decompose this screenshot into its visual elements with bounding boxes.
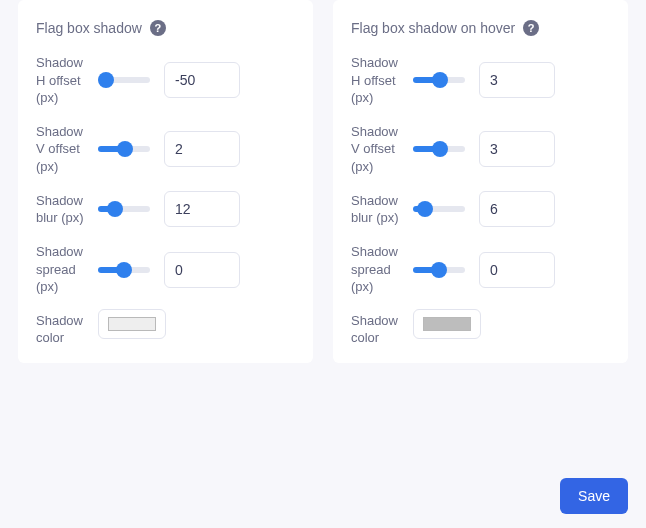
label-shadow-v-offset: Shadow V offset (px) (36, 123, 84, 176)
panel-title-row: Flag box shadow on hover ? (351, 20, 610, 36)
slider-shadow-h-offset[interactable] (98, 77, 150, 83)
panel-title: Flag box shadow on hover (351, 20, 515, 36)
color-swatch-inner (423, 317, 471, 331)
row-shadow-blur: Shadow blur (px) (36, 185, 295, 237)
slider-shadow-spread[interactable] (98, 267, 150, 273)
panel-title: Flag box shadow (36, 20, 142, 36)
row-hover-h-offset: Shadow H offset (px) (351, 48, 610, 117)
input-shadow-v-offset[interactable] (164, 131, 240, 167)
label-shadow-h-offset: Shadow H offset (px) (36, 54, 84, 107)
slider-shadow-v-offset[interactable] (98, 146, 150, 152)
slider-shadow-blur[interactable] (98, 206, 150, 212)
color-swatch-inner (108, 317, 156, 331)
color-swatch-hover[interactable] (413, 309, 481, 339)
label-hover-h-offset: Shadow H offset (px) (351, 54, 399, 107)
label-hover-v-offset: Shadow V offset (px) (351, 123, 399, 176)
input-hover-spread[interactable] (479, 252, 555, 288)
help-icon[interactable]: ? (523, 20, 539, 36)
row-hover-spread: Shadow spread (px) (351, 237, 610, 306)
help-icon[interactable]: ? (150, 20, 166, 36)
label-shadow-blur: Shadow blur (px) (36, 192, 84, 227)
input-shadow-h-offset[interactable] (164, 62, 240, 98)
slider-hover-spread[interactable] (413, 267, 465, 273)
input-shadow-spread[interactable] (164, 252, 240, 288)
slider-hover-h-offset[interactable] (413, 77, 465, 83)
input-hover-blur[interactable] (479, 191, 555, 227)
panel-title-row: Flag box shadow ? (36, 20, 295, 36)
slider-hover-blur[interactable] (413, 206, 465, 212)
row-hover-blur: Shadow blur (px) (351, 185, 610, 237)
row-shadow-spread: Shadow spread (px) (36, 237, 295, 306)
label-hover-color: Shadow color (351, 312, 399, 347)
label-shadow-spread: Shadow spread (px) (36, 243, 84, 296)
save-button[interactable]: Save (560, 478, 628, 514)
panel-flag-box-shadow-hover: Flag box shadow on hover ? Shadow H offs… (333, 0, 628, 363)
row-shadow-v-offset: Shadow V offset (px) (36, 117, 295, 186)
row-hover-v-offset: Shadow V offset (px) (351, 117, 610, 186)
input-shadow-blur[interactable] (164, 191, 240, 227)
panel-flag-box-shadow: Flag box shadow ? Shadow H offset (px) S… (18, 0, 313, 363)
row-shadow-h-offset: Shadow H offset (px) (36, 48, 295, 117)
label-hover-spread: Shadow spread (px) (351, 243, 399, 296)
input-hover-h-offset[interactable] (479, 62, 555, 98)
label-hover-blur: Shadow blur (px) (351, 192, 399, 227)
slider-hover-v-offset[interactable] (413, 146, 465, 152)
color-swatch-shadow[interactable] (98, 309, 166, 339)
label-shadow-color: Shadow color (36, 312, 84, 347)
input-hover-v-offset[interactable] (479, 131, 555, 167)
